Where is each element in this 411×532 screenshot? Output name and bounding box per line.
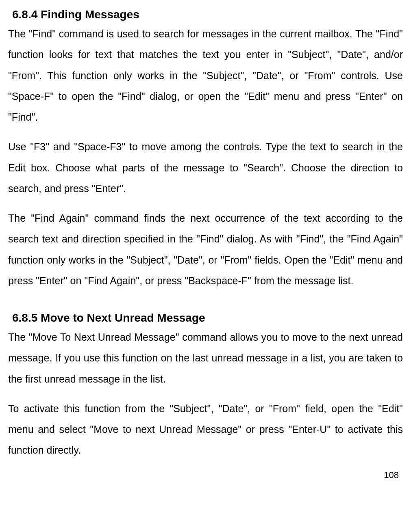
paragraph-text: The "Find Again" command finds the next … <box>8 208 403 291</box>
paragraph-text: The "Find" command is used to search for… <box>8 24 403 128</box>
section-heading-finding-messages: 6.8.4 Finding Messages <box>8 8 403 21</box>
document-page: 6.8.4 Finding Messages The "Find" comman… <box>8 8 403 480</box>
paragraph-text: The "Move To Next Unread Message" comman… <box>8 327 403 389</box>
paragraph-text: Use "F3" and "Space-F3" to move among th… <box>8 136 403 199</box>
paragraph-text: To activate this function from the "Subj… <box>8 398 403 461</box>
page-number: 108 <box>8 470 403 480</box>
section-heading-move-next-unread: 6.8.5 Move to Next Unread Message <box>8 311 403 324</box>
